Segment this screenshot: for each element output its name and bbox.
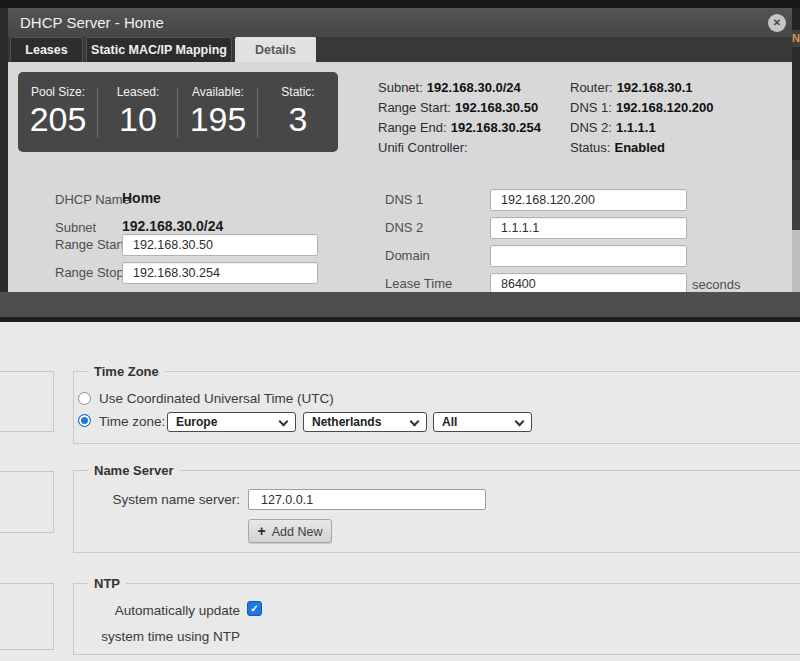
info-label: Router: xyxy=(570,80,613,95)
plus-icon: + xyxy=(258,523,266,539)
details-tab-panel: Pool Size: 205 Leased: 10 Available: 195… xyxy=(8,62,792,292)
subnet-value: 192.168.30.0/24 xyxy=(122,218,223,234)
chevron-down-icon xyxy=(410,417,420,427)
add-new-button[interactable]: +Add New xyxy=(248,519,332,543)
timezone-radio-label[interactable]: Time zone: xyxy=(99,414,165,429)
edge-segment xyxy=(792,8,800,30)
dialog-title: DHCP Server - Home xyxy=(8,8,792,37)
separator-line xyxy=(0,317,800,322)
dns2-input[interactable] xyxy=(490,217,687,239)
stat-label: Leased: xyxy=(98,85,178,99)
info-label: Subnet: xyxy=(378,80,423,95)
edge-segment xyxy=(792,47,800,160)
info-value: 192.168.30.254 xyxy=(451,120,541,135)
ntp-legend: NTP xyxy=(88,576,126,591)
info-value: 192.168.30.1 xyxy=(617,80,693,95)
info-unifi-controller: Unifi Controller: xyxy=(378,138,541,158)
timezone-radio[interactable] xyxy=(78,414,91,427)
stat-pool-size: Pool Size: 205 xyxy=(18,72,98,152)
info-value: 1.1.1.1 xyxy=(616,120,656,135)
system-name-server-input[interactable] xyxy=(248,489,486,510)
add-new-button-label: Add New xyxy=(272,525,323,539)
close-icon[interactable]: ✕ xyxy=(768,14,786,32)
edge-partial-text: N xyxy=(792,30,800,47)
dhcp-info-column-left: Subnet:192.168.30.0/24 Range Start:192.1… xyxy=(378,78,541,158)
range-start-input[interactable] xyxy=(122,234,318,256)
cutoff-panel xyxy=(0,471,54,533)
range-stop-label: Range Stop xyxy=(55,265,124,280)
tab-details[interactable]: Details xyxy=(235,37,316,62)
dhcp-name-value: Home xyxy=(122,190,161,206)
dns1-input[interactable] xyxy=(490,189,687,211)
info-dns1: DNS 1:192.168.120.200 xyxy=(570,98,714,118)
stat-value: 205 xyxy=(18,99,98,139)
top-edge-strip xyxy=(0,0,800,8)
right-edge-strip: N xyxy=(792,8,800,292)
left-edge-strip xyxy=(0,8,8,292)
range-start-label: Range Start xyxy=(55,237,124,252)
stat-label: Pool Size: xyxy=(18,85,98,99)
info-range-start: Range Start:192.168.30.50 xyxy=(378,98,541,118)
lease-time-input[interactable] xyxy=(490,273,687,292)
system-name-server-label: System name server: xyxy=(94,492,240,507)
ntp-label-line2: system time using NTP xyxy=(94,629,240,644)
info-subnet: Subnet:192.168.30.0/24 xyxy=(378,78,541,98)
selected-region: Europe xyxy=(176,415,217,429)
stat-available: Available: 195 xyxy=(178,72,258,152)
subnet-label: Subnet xyxy=(55,220,96,235)
screen: N DHCP Server - Home ✕ Leases Static MAC… xyxy=(0,0,800,661)
tab-static-mac-ip-mapping[interactable]: Static MAC/IP Mapping xyxy=(86,37,232,62)
ntp-checkbox[interactable]: ✓ xyxy=(247,601,262,616)
selected-country: Netherlands xyxy=(312,415,381,429)
stat-value: 10 xyxy=(98,99,178,139)
overlay-band xyxy=(0,292,800,317)
dhcp-info-column-right: Router:192.168.30.1 DNS 1:192.168.120.20… xyxy=(570,78,714,158)
range-stop-input[interactable] xyxy=(122,262,318,284)
info-label: DNS 2: xyxy=(570,120,612,135)
lease-time-label: Lease Time xyxy=(385,276,452,291)
chevron-down-icon xyxy=(515,417,525,427)
ntp-group: NTP Automatically update ✓ system time u… xyxy=(73,583,800,655)
info-status: Status:Enabled xyxy=(570,138,714,158)
time-zone-group: Time Zone Use Coordinated Universal Time… xyxy=(73,371,800,444)
edge-segment xyxy=(792,160,800,230)
selected-city: All xyxy=(442,415,457,429)
dns2-label: DNS 2 xyxy=(385,220,423,235)
info-label: DNS 1: xyxy=(570,100,612,115)
info-value: Enabled xyxy=(614,140,665,155)
dialog-tabbar: Leases Static MAC/IP Mapping Details xyxy=(8,37,792,62)
timezone-region-select[interactable]: Europe xyxy=(167,412,296,432)
dhcp-server-dialog: DHCP Server - Home ✕ Leases Static MAC/I… xyxy=(8,8,792,292)
stat-leased: Leased: 10 xyxy=(98,72,178,152)
info-label: Range End: xyxy=(378,120,447,135)
domain-input[interactable] xyxy=(490,245,687,267)
dns1-label: DNS 1 xyxy=(385,192,423,207)
stat-value: 195 xyxy=(178,99,258,139)
timezone-country-select[interactable]: Netherlands xyxy=(303,412,427,432)
dhcp-stats-panel: Pool Size: 205 Leased: 10 Available: 195… xyxy=(18,72,338,152)
stat-label: Static: xyxy=(258,85,338,99)
name-server-legend: Name Server xyxy=(88,463,180,478)
stat-value: 3 xyxy=(258,99,338,139)
time-zone-legend: Time Zone xyxy=(88,364,165,379)
utc-radio-label[interactable]: Use Coordinated Universal Time (UTC) xyxy=(99,391,334,406)
domain-label: Domain xyxy=(385,248,430,263)
chevron-down-icon xyxy=(279,417,289,427)
lease-time-unit: seconds xyxy=(692,277,740,292)
name-server-group: Name Server System name server: +Add New xyxy=(73,470,800,553)
info-dns2: DNS 2:1.1.1.1 xyxy=(570,118,714,138)
info-range-end: Range End:192.168.30.254 xyxy=(378,118,541,138)
info-label: Status: xyxy=(570,140,610,155)
info-value: 192.168.30.50 xyxy=(455,100,538,115)
timezone-city-select[interactable]: All xyxy=(433,412,532,432)
cutoff-panel xyxy=(0,371,54,432)
info-label: Unifi Controller: xyxy=(378,140,468,155)
dhcp-name-label: DHCP Name xyxy=(55,192,130,207)
utc-radio[interactable] xyxy=(78,392,91,405)
info-value: 192.168.120.200 xyxy=(616,100,714,115)
tab-leases[interactable]: Leases xyxy=(10,37,83,62)
info-router: Router:192.168.30.1 xyxy=(570,78,714,98)
cutoff-panel xyxy=(0,583,54,650)
info-value: 192.168.30.0/24 xyxy=(427,80,521,95)
info-label: Range Start: xyxy=(378,100,451,115)
